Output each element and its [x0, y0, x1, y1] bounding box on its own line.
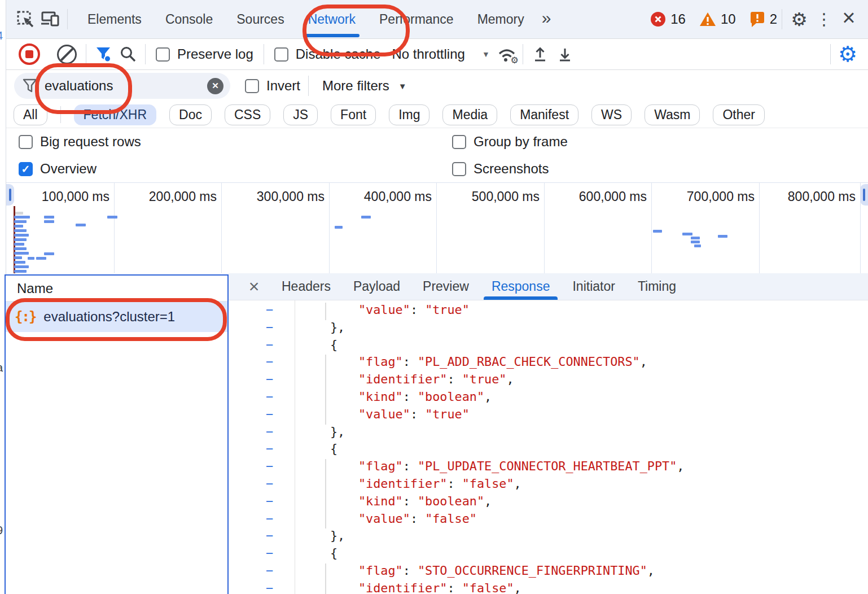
- chip-img[interactable]: Img: [389, 104, 429, 125]
- more-filters-dropdown[interactable]: More filters ▼: [322, 78, 407, 94]
- response-line: −"flag": "PL_UPDATE_CONNECTOR_HEARTBEAT_…: [229, 459, 868, 477]
- tab-elements[interactable]: Elements: [76, 0, 154, 38]
- chip-font[interactable]: Font: [331, 104, 376, 125]
- warnings-count: 10: [721, 11, 736, 27]
- response-line-text: },: [330, 320, 345, 334]
- detail-tab-timing[interactable]: Timing: [626, 273, 687, 300]
- gutter-dash: −: [229, 546, 295, 560]
- issues-badge[interactable]: 2: [749, 11, 777, 28]
- timeline-tick-label: 400,000 ms: [329, 189, 432, 204]
- json-request-icon: {:}: [15, 309, 36, 325]
- disable-cache-label: Disable cache: [296, 46, 381, 62]
- detail-tab-payload[interactable]: Payload: [342, 273, 411, 300]
- response-line: −"identifier": "false",: [229, 581, 868, 594]
- preserve-log-checkbox[interactable]: Preserve log: [156, 46, 253, 62]
- export-har-icon[interactable]: [553, 42, 577, 67]
- close-detail-icon[interactable]: ×: [238, 273, 270, 300]
- preserve-log-label: Preserve log: [177, 46, 253, 62]
- import-har-icon[interactable]: [528, 42, 553, 67]
- more-tabs-icon[interactable]: »: [536, 8, 557, 28]
- close-devtools-icon[interactable]: ×: [836, 7, 861, 32]
- checkbox-box: [245, 79, 259, 93]
- response-line: −"flag": "PL_ADD_RBAC_CHECK_CONNECTORS",: [229, 355, 868, 372]
- checkbox-box: [452, 135, 466, 149]
- detail-tab-initiator[interactable]: Initiator: [561, 273, 626, 300]
- network-conditions-icon[interactable]: ⚙: [496, 43, 518, 65]
- divider: [782, 9, 782, 29]
- invert-checkbox[interactable]: Invert: [245, 78, 300, 94]
- inspect-element-icon[interactable]: [13, 7, 38, 32]
- kebab-menu-icon[interactable]: ⋮: [812, 7, 836, 32]
- request-bar: [14, 229, 27, 232]
- big-request-rows-checkbox[interactable]: Big request rows: [19, 134, 452, 150]
- chip-fetch-xhr[interactable]: Fetch/XHR: [74, 104, 156, 125]
- errors-badge[interactable]: 16: [650, 11, 686, 27]
- request-bar: [14, 234, 29, 237]
- search-icon[interactable]: [116, 42, 141, 67]
- chip-doc[interactable]: Doc: [169, 104, 212, 125]
- gutter-dash: −: [229, 407, 295, 421]
- chip-manifest[interactable]: Manifest: [510, 104, 578, 125]
- chip-all[interactable]: All: [14, 104, 47, 125]
- error-icon: [650, 11, 666, 27]
- chip-wasm[interactable]: Wasm: [645, 104, 700, 125]
- response-line-text: {: [330, 546, 337, 560]
- tab-memory[interactable]: Memory: [466, 0, 536, 38]
- gutter-dash: −: [229, 581, 295, 594]
- tab-console[interactable]: Console: [154, 0, 225, 38]
- request-bar: [107, 216, 117, 219]
- gutter-dash: −: [229, 425, 295, 439]
- network-overview-timeline[interactable]: 100,000 ms200,000 ms300,000 ms400,000 ms…: [6, 182, 868, 273]
- filter-input-value: evaluations: [45, 78, 113, 94]
- overview-checkbox[interactable]: ✓Overview: [19, 161, 452, 177]
- response-line: −{: [229, 442, 868, 459]
- warnings-badge[interactable]: 10: [699, 11, 736, 27]
- response-line-text: "value": "false": [358, 512, 477, 526]
- chip-other[interactable]: Other: [713, 104, 765, 125]
- disable-cache-checkbox[interactable]: Disable cache: [274, 46, 381, 62]
- response-line: −{: [229, 338, 868, 355]
- chevron-down-icon: ▼: [482, 50, 490, 59]
- indent-guide: [325, 390, 326, 407]
- big-request-rows-label: Big request rows: [40, 134, 141, 150]
- settings-gear-icon[interactable]: ⚙: [787, 7, 812, 32]
- chip-ws[interactable]: WS: [591, 104, 632, 125]
- indent-guide: [325, 512, 326, 529]
- timeline-tick-label: 100,000 ms: [7, 189, 109, 204]
- chip-css[interactable]: CSS: [225, 104, 270, 125]
- name-column-header[interactable]: Name: [6, 276, 227, 302]
- gutter-dash: −: [229, 494, 295, 508]
- tab-sources[interactable]: Sources: [225, 0, 296, 38]
- gutter-dash: −: [229, 320, 295, 334]
- response-line: −"kind": "boolean",: [229, 390, 868, 407]
- request-row[interactable]: {:}evaluations?cluster=1: [6, 302, 227, 332]
- detail-tab-preview[interactable]: Preview: [411, 273, 480, 300]
- request-bar: [44, 252, 54, 255]
- group-by-frame-checkbox[interactable]: Group by frame: [452, 134, 568, 150]
- detail-tab-bar: × HeadersPayloadPreviewResponseInitiator…: [229, 273, 868, 300]
- chip-js[interactable]: JS: [283, 104, 318, 125]
- detail-tab-response[interactable]: Response: [480, 273, 562, 300]
- indent-guide: [325, 355, 326, 372]
- checkbox-box: [274, 47, 288, 62]
- throttling-dropdown[interactable]: No throttling ▼: [392, 46, 489, 62]
- clear-network-log-icon[interactable]: [57, 45, 77, 64]
- divider: [264, 44, 264, 64]
- overview-label: Overview: [40, 161, 97, 177]
- tab-network[interactable]: Network: [296, 0, 367, 38]
- chip-media[interactable]: Media: [442, 104, 497, 125]
- network-settings-gear-icon[interactable]: ⚙: [835, 42, 860, 67]
- response-line: −"identifier": "true",: [229, 372, 868, 390]
- filter-input[interactable]: evaluations ✕: [14, 73, 230, 99]
- gutter-dash: −: [229, 372, 295, 386]
- device-toolbar-icon[interactable]: [38, 7, 63, 32]
- screenshots-checkbox[interactable]: Screenshots: [452, 161, 549, 177]
- response-body-viewer[interactable]: −"value": "true"−},−{−"flag": "PL_ADD_RB…: [229, 300, 868, 594]
- overview-right-handle[interactable]: [860, 184, 868, 206]
- filter-icon[interactable]: [91, 42, 116, 67]
- panel-tabs: ElementsConsoleSourcesNetworkPerformance…: [76, 0, 536, 38]
- clear-filter-icon[interactable]: ✕: [207, 78, 223, 94]
- detail-tab-headers[interactable]: Headers: [270, 273, 342, 300]
- record-network-log-button[interactable]: [19, 43, 40, 65]
- tab-performance[interactable]: Performance: [367, 0, 466, 38]
